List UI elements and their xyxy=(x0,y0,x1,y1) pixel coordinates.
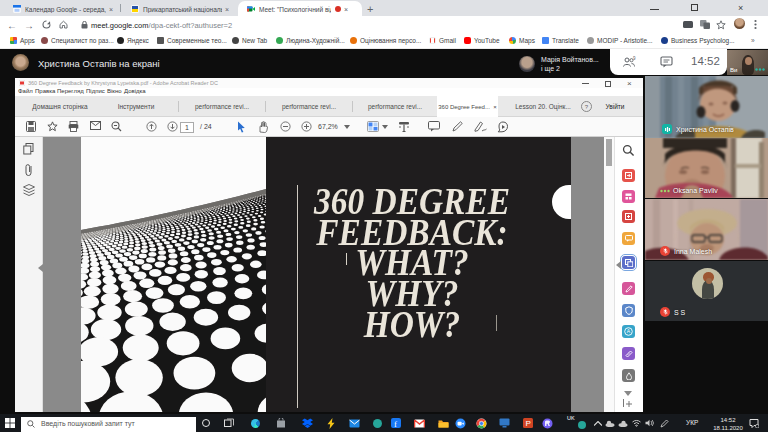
svg-text:P: P xyxy=(526,419,531,428)
svg-text:f: f xyxy=(394,419,397,429)
svg-text:A: A xyxy=(627,328,631,334)
svg-text:9: 9 xyxy=(633,56,636,61)
